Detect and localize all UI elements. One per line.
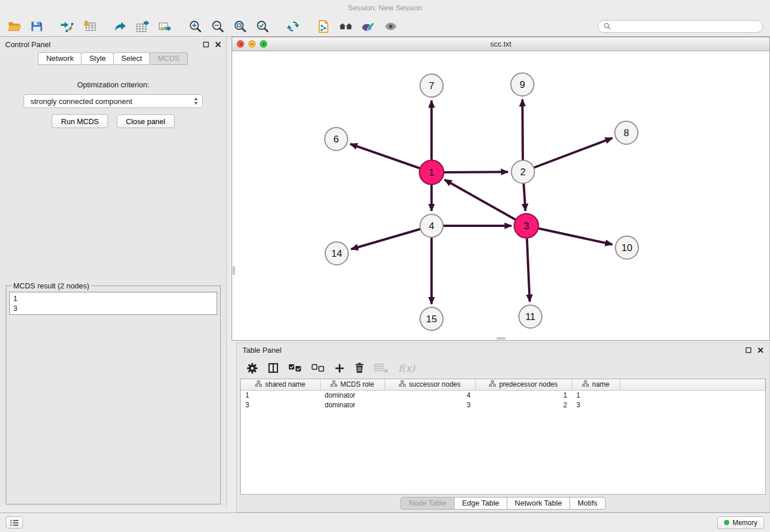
table-cell[interactable]: 3 bbox=[241, 400, 320, 410]
save-session-icon[interactable] bbox=[29, 19, 44, 34]
new-network-from-selection-icon[interactable] bbox=[316, 19, 331, 34]
float-table-panel-icon[interactable] bbox=[745, 347, 752, 354]
import-table-icon[interactable] bbox=[82, 19, 97, 34]
network-canvas[interactable]: 7968124314101511 bbox=[232, 51, 769, 340]
open-session-icon[interactable] bbox=[7, 19, 22, 34]
mcds-result-group: MCDS result (2 nodes) 13 bbox=[6, 282, 221, 504]
add-row-icon[interactable] bbox=[334, 361, 345, 376]
column-header-name[interactable]: name bbox=[572, 379, 620, 390]
graph-edge-2-8[interactable] bbox=[523, 138, 613, 172]
float-panel-icon[interactable] bbox=[202, 41, 209, 48]
vertical-scrollbar[interactable] bbox=[233, 266, 235, 275]
svg-text:7: 7 bbox=[429, 80, 434, 91]
select-all-rows-icon[interactable] bbox=[288, 361, 302, 376]
zoom-selected-icon[interactable] bbox=[255, 19, 270, 34]
svg-text:2: 2 bbox=[520, 167, 525, 178]
column-header-successor-nodes[interactable]: successor nodes bbox=[384, 379, 475, 390]
table-cell[interactable]: 1 bbox=[572, 390, 620, 400]
table-cell[interactable]: 4 bbox=[384, 390, 475, 400]
tab-network[interactable]: Network bbox=[38, 52, 82, 65]
graph-edge-3-1[interactable] bbox=[445, 180, 526, 226]
table-cell[interactable]: dominator bbox=[320, 400, 384, 410]
mcds-result-list[interactable]: 13 bbox=[9, 292, 217, 315]
show-hide-icon[interactable] bbox=[383, 19, 398, 34]
import-network-icon[interactable] bbox=[60, 19, 75, 34]
window-title: Session: New Session bbox=[348, 3, 422, 12]
memory-button-label: Memory bbox=[733, 519, 757, 527]
graph-node-1[interactable]: 1 bbox=[419, 160, 444, 184]
close-panel-button[interactable]: Close panel bbox=[117, 114, 175, 128]
minimize-window-icon[interactable] bbox=[248, 40, 256, 48]
graph-node-3[interactable]: 3 bbox=[514, 214, 538, 238]
annotations-icon[interactable] bbox=[361, 19, 376, 34]
list-icon bbox=[10, 519, 19, 526]
search-box[interactable] bbox=[598, 20, 763, 33]
svg-text:8: 8 bbox=[623, 128, 629, 138]
mcds-panel-body: Optimization criterion: strongly connect… bbox=[0, 65, 226, 507]
table-cell[interactable]: 1 bbox=[475, 390, 572, 400]
run-mcds-button[interactable]: Run MCDS bbox=[52, 114, 108, 128]
control-panel-title: Control Panel bbox=[5, 40, 51, 49]
graph-node-2[interactable]: 2 bbox=[511, 160, 534, 183]
delete-rows-icon[interactable] bbox=[355, 361, 364, 376]
mcds-result-item[interactable]: 3 bbox=[13, 303, 213, 313]
column-visibility-icon[interactable] bbox=[268, 361, 279, 376]
graph-edge-1-6[interactable] bbox=[351, 144, 432, 172]
deselect-all-rows-icon[interactable] bbox=[311, 361, 325, 376]
zoom-window-icon[interactable] bbox=[260, 40, 267, 48]
table-cell[interactable]: 2 bbox=[475, 400, 572, 410]
export-network-icon[interactable] bbox=[113, 19, 128, 34]
graph-node-8[interactable]: 8 bbox=[615, 121, 638, 144]
column-header-predecessor-nodes[interactable]: predecessor nodes bbox=[475, 379, 572, 390]
column-header-shared-name[interactable]: shared name bbox=[241, 379, 320, 390]
table-cell[interactable]: 1 bbox=[241, 390, 320, 400]
svg-text:3: 3 bbox=[523, 221, 529, 232]
workspace-column: scc.txt 7968124314101511 Table Panel bbox=[232, 37, 770, 512]
close-window-icon[interactable] bbox=[237, 40, 244, 48]
graph-edge-4-14[interactable] bbox=[351, 226, 432, 249]
zoom-out-icon[interactable] bbox=[210, 19, 225, 34]
tab-style[interactable]: Style bbox=[81, 52, 114, 65]
graph-edge-3-10[interactable] bbox=[526, 226, 613, 244]
column-header-mcds-role[interactable]: MCDS role bbox=[320, 379, 384, 390]
status-bar: Memory bbox=[0, 512, 770, 532]
horizontal-scrollbar[interactable] bbox=[496, 337, 506, 340]
show-panels-button[interactable] bbox=[6, 516, 23, 529]
table-row[interactable]: 3dominator323 bbox=[241, 400, 765, 410]
first-neighbors-icon[interactable] bbox=[338, 19, 353, 34]
tab-select[interactable]: Select bbox=[113, 52, 150, 65]
graph-node-15[interactable]: 15 bbox=[420, 307, 443, 330]
close-table-panel-icon[interactable] bbox=[757, 347, 764, 354]
export-table-icon[interactable] bbox=[135, 19, 150, 34]
mcds-result-item[interactable]: 1 bbox=[13, 294, 213, 303]
tab-motifs[interactable]: Motifs bbox=[569, 497, 606, 510]
table-cell[interactable]: dominator bbox=[320, 390, 384, 400]
svg-text:4: 4 bbox=[429, 221, 434, 232]
tab-node-table[interactable]: Node Table bbox=[401, 497, 455, 510]
tab-edge-table[interactable]: Edge Table bbox=[454, 497, 507, 510]
column-header-filler bbox=[620, 379, 765, 390]
graph-node-14[interactable]: 14 bbox=[325, 242, 348, 265]
node-table-container: shared nameMCDS rolesuccessor nodesprede… bbox=[240, 379, 766, 495]
apply-layout-icon[interactable] bbox=[286, 19, 301, 34]
tab-mcds[interactable]: MCDS bbox=[149, 52, 187, 65]
graph-node-4[interactable]: 4 bbox=[420, 214, 443, 237]
graph-node-9[interactable]: 9 bbox=[511, 73, 534, 96]
table-settings-icon[interactable] bbox=[247, 361, 258, 376]
tab-network-table[interactable]: Network Table bbox=[507, 497, 570, 510]
close-panel-icon[interactable] bbox=[214, 41, 221, 48]
graph-node-10[interactable]: 10 bbox=[615, 236, 638, 259]
search-input[interactable] bbox=[614, 22, 757, 30]
table-cell[interactable]: 3 bbox=[572, 400, 620, 410]
graph-node-6[interactable]: 6 bbox=[325, 128, 348, 151]
table-row[interactable]: 1dominator411 bbox=[241, 390, 765, 400]
svg-text:10: 10 bbox=[622, 242, 633, 253]
table-cell[interactable]: 3 bbox=[384, 400, 475, 410]
criterion-select[interactable]: strongly connected component bbox=[24, 94, 203, 108]
export-image-icon[interactable] bbox=[157, 19, 172, 34]
memory-button[interactable]: Memory bbox=[717, 516, 764, 529]
graph-node-11[interactable]: 11 bbox=[519, 305, 542, 328]
zoom-fit-icon[interactable] bbox=[233, 19, 248, 34]
zoom-in-icon[interactable] bbox=[188, 19, 203, 34]
graph-node-7[interactable]: 7 bbox=[420, 74, 443, 97]
